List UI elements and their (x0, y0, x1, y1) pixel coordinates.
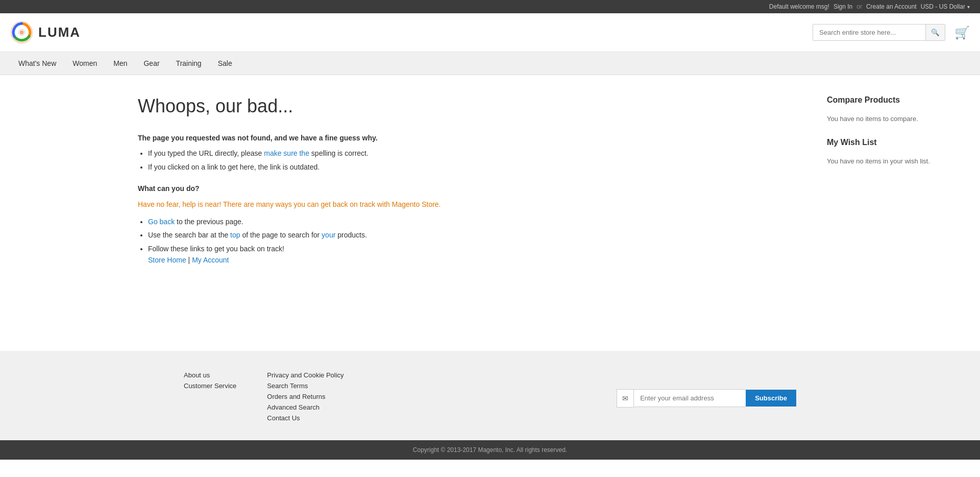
go-back-link[interactable]: Go back (148, 218, 175, 226)
footer-col-1: About us Customer Service (184, 371, 236, 425)
follow-links-bullet: Follow these links to get you back on tr… (148, 243, 806, 266)
nav-item-whats-new[interactable]: What's New (10, 52, 64, 75)
footer-col-2: Privacy and Cookie Policy Search Terms O… (267, 371, 344, 425)
compare-products-title: Compare Products (827, 96, 970, 109)
currency-label: USD - US Dollar (921, 3, 965, 10)
welcome-message: Default welcome msg! (769, 3, 829, 10)
newsletter-email-input[interactable] (633, 389, 746, 407)
nav-item-gear[interactable]: Gear (135, 52, 167, 75)
wishlist-title: My Wish List (827, 138, 970, 151)
privacy-link[interactable]: Privacy and Cookie Policy (267, 371, 344, 379)
orders-returns-link[interactable]: Orders and Returns (267, 393, 344, 400)
bullet-item-1: If you typed the URL directly, please ma… (148, 148, 806, 159)
header-right: 🔍 🛒 (813, 24, 970, 41)
svg-point-2 (20, 31, 24, 35)
suggestion-text: Have no fear, help is near! There are ma… (138, 199, 806, 210)
top-bar: Default welcome msg! Sign In or Create a… (0, 0, 980, 13)
nav-item-men[interactable]: Men (105, 52, 135, 75)
search-bar-bullet: Use the search bar at the top of the pag… (148, 229, 806, 241)
newsletter-form: ✉ Subscribe (617, 389, 796, 408)
your-link[interactable]: your (322, 231, 335, 239)
content-area: Whoops, our bad... The page you requeste… (138, 96, 827, 310)
signin-link[interactable]: Sign In (834, 3, 852, 10)
or-separator: or (856, 3, 862, 10)
sidebar: Compare Products You have no items to co… (827, 96, 970, 310)
nav-item-women[interactable]: Women (64, 52, 105, 75)
nav-item-training[interactable]: Training (168, 52, 210, 75)
main-nav: What's New Women Men Gear Training Sale (0, 52, 980, 75)
go-back-bullet: Go back to the previous page. (148, 216, 806, 227)
what-can-you-do-heading: What can you do? (138, 183, 806, 194)
footer-bottom: Copyright © 2013-2017 Magento, Inc. All … (0, 440, 980, 460)
search-bar: 🔍 (813, 24, 945, 41)
wishlist-empty: You have no items in your wish list. (827, 157, 970, 165)
advanced-search-link[interactable]: Advanced Search (267, 403, 344, 411)
create-account-link[interactable]: Create an Account (866, 3, 917, 10)
email-icon-wrapper: ✉ (617, 389, 633, 408)
error-intro: The page you requested was not found, an… (138, 132, 806, 144)
site-header: LUMA 🔍 🛒 (0, 13, 980, 52)
compare-products-empty: You have no items to compare. (827, 115, 970, 123)
site-footer: About us Customer Service Privacy and Co… (0, 351, 980, 440)
logo-link[interactable]: LUMA (10, 21, 81, 44)
make-sure-link[interactable]: make sure the (264, 149, 309, 157)
search-button[interactable]: 🔍 (925, 25, 945, 40)
my-account-link[interactable]: My Account (192, 256, 229, 264)
store-home-link[interactable]: Store Home (148, 256, 186, 264)
subscribe-button[interactable]: Subscribe (746, 390, 796, 407)
email-icon: ✉ (622, 394, 628, 402)
footer-content: About us Customer Service Privacy and Co… (184, 371, 796, 425)
search-terms-link[interactable]: Search Terms (267, 382, 344, 390)
chevron-down-icon: ▾ (967, 4, 970, 10)
nav-item-sale[interactable]: Sale (210, 52, 240, 75)
main-content: Whoops, our bad... The page you requeste… (0, 75, 980, 330)
error-bullets-1: If you typed the URL directly, please ma… (148, 148, 806, 173)
logo-icon (10, 21, 33, 44)
link-separator: | (188, 256, 192, 264)
search-icon: 🔍 (931, 29, 940, 36)
currency-selector[interactable]: USD - US Dollar ▾ (921, 3, 970, 10)
bullet-item-2: If you clicked on a link to get here, th… (148, 161, 806, 173)
logo-text: LUMA (38, 25, 81, 40)
error-bullets-2: Go back to the previous page. Use the se… (148, 216, 806, 266)
contact-us-link[interactable]: Contact Us (267, 414, 344, 422)
top-link[interactable]: top (230, 231, 240, 239)
footer-newsletter: ✉ Subscribe (617, 371, 796, 425)
customer-service-link[interactable]: Customer Service (184, 382, 236, 390)
copyright-text: Copyright © 2013-2017 Magento, Inc. All … (413, 446, 567, 454)
error-body: The page you requested was not found, an… (138, 132, 806, 266)
cart-icon[interactable]: 🛒 (954, 26, 970, 40)
about-us-link[interactable]: About us (184, 371, 236, 379)
compare-products-block: Compare Products You have no items to co… (827, 96, 970, 123)
search-input[interactable] (813, 25, 925, 40)
error-title: Whoops, our bad... (138, 96, 806, 117)
wishlist-block: My Wish List You have no items in your w… (827, 138, 970, 165)
